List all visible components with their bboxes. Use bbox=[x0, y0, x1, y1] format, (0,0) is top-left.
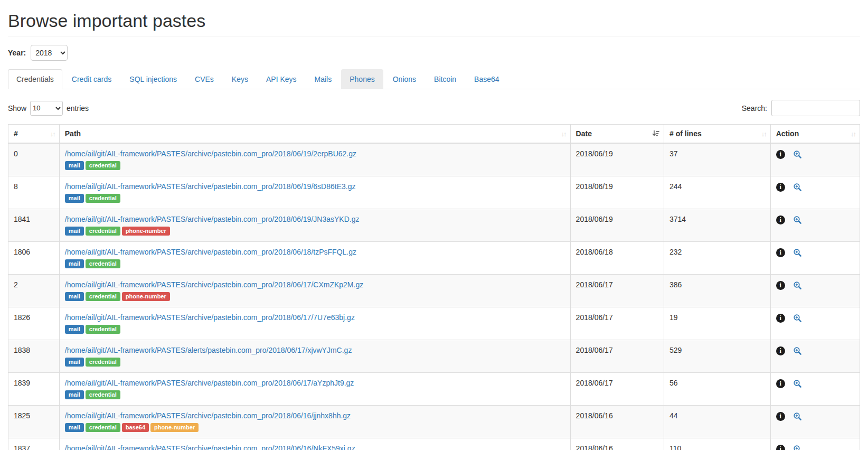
table-controls: Show 10 entries Search: bbox=[8, 100, 860, 116]
tab-label[interactable]: Keys bbox=[223, 69, 257, 89]
row-id: 2 bbox=[8, 275, 60, 307]
tag-credential: credential bbox=[86, 161, 120, 170]
tab-mails[interactable]: Mails bbox=[306, 69, 341, 89]
column-label: # bbox=[14, 129, 18, 138]
tab-label[interactable]: Bitcoin bbox=[426, 69, 465, 89]
search-plus-icon[interactable] bbox=[793, 314, 802, 323]
paste-path-link[interactable]: /home/ail/git/AIL-framework/PASTES/alert… bbox=[65, 346, 352, 354]
tab-cves[interactable]: CVEs bbox=[186, 69, 222, 89]
column-label: # of lines bbox=[669, 129, 702, 138]
info-icon[interactable]: i bbox=[776, 314, 785, 323]
info-icon[interactable]: i bbox=[776, 346, 785, 355]
row-lines: 232 bbox=[664, 242, 771, 275]
search-plus-icon[interactable] bbox=[793, 248, 802, 257]
tab-content: Show 10 entries Search: # ↓↑ Path ↓↑ bbox=[8, 89, 860, 450]
paste-path-link[interactable]: /home/ail/git/AIL-framework/PASTES/archi… bbox=[65, 379, 354, 387]
row-id: 1837 bbox=[8, 438, 60, 450]
tag-list: mailcredential bbox=[65, 193, 565, 203]
tab-credentials[interactable]: Credentials bbox=[8, 69, 62, 89]
tag-mail: mail bbox=[65, 259, 84, 268]
paste-path-link[interactable]: /home/ail/git/AIL-framework/PASTES/archi… bbox=[65, 411, 351, 420]
paste-path-link[interactable]: /home/ail/git/AIL-framework/PASTES/archi… bbox=[65, 444, 355, 450]
tab-label[interactable]: Base64 bbox=[466, 69, 507, 89]
tag-credential: credential bbox=[86, 390, 120, 399]
search-plus-icon[interactable] bbox=[793, 412, 802, 421]
search-plus-icon[interactable] bbox=[793, 183, 802, 192]
table-row: 1839 /home/ail/git/AIL-framework/PASTES/… bbox=[8, 373, 860, 406]
pastes-table: # ↓↑ Path ↓↑ Date ↓↑ bbox=[8, 124, 860, 450]
tag-credential: credential bbox=[86, 325, 120, 334]
tag-list: mailcredential bbox=[65, 259, 565, 268]
info-icon[interactable]: i bbox=[776, 412, 785, 421]
paste-path-link[interactable]: /home/ail/git/AIL-framework/PASTES/archi… bbox=[65, 149, 356, 158]
tab-label[interactable]: Onions bbox=[384, 69, 424, 89]
info-icon[interactable]: i bbox=[776, 248, 785, 257]
tab-api-keys[interactable]: API Keys bbox=[258, 69, 305, 89]
tab-onions[interactable]: Onions bbox=[384, 69, 424, 89]
row-date: 2018/06/16 bbox=[570, 406, 664, 438]
column-header-path[interactable]: Path ↓↑ bbox=[59, 125, 570, 144]
search-plus-icon[interactable] bbox=[793, 150, 802, 159]
tab-keys[interactable]: Keys bbox=[223, 69, 257, 89]
paste-path-link[interactable]: /home/ail/git/AIL-framework/PASTES/archi… bbox=[65, 280, 363, 289]
tab-label[interactable]: Credentials bbox=[8, 69, 62, 89]
info-icon[interactable]: i bbox=[776, 215, 785, 224]
search-box: Search: bbox=[742, 100, 860, 116]
show-entries: Show 10 entries bbox=[8, 101, 89, 116]
entries-select[interactable]: 10 bbox=[30, 101, 63, 116]
tag-mail: mail bbox=[65, 358, 84, 367]
column-header-action[interactable]: Action ↓↑ bbox=[770, 125, 860, 144]
info-icon[interactable]: i bbox=[776, 445, 785, 450]
row-lines: 56 bbox=[664, 373, 771, 406]
tag-mail: mail bbox=[65, 325, 84, 334]
column-label: Action bbox=[776, 129, 799, 138]
search-plus-icon[interactable] bbox=[793, 281, 802, 290]
row-date: 2018/06/18 bbox=[570, 242, 664, 275]
tab-bitcoin[interactable]: Bitcoin bbox=[426, 69, 465, 89]
row-lines: 37 bbox=[664, 143, 771, 176]
table-body: 0 /home/ail/git/AIL-framework/PASTES/arc… bbox=[8, 143, 860, 450]
search-input[interactable] bbox=[771, 100, 860, 116]
tab-label[interactable]: API Keys bbox=[258, 69, 305, 89]
info-icon[interactable]: i bbox=[776, 379, 785, 388]
row-lines: 3714 bbox=[664, 209, 771, 242]
search-plus-icon[interactable] bbox=[793, 215, 802, 224]
tab-credit-cards[interactable]: Credit cards bbox=[63, 69, 120, 89]
tag-list: mailcredential bbox=[65, 161, 565, 170]
paste-path-link[interactable]: /home/ail/git/AIL-framework/PASTES/archi… bbox=[65, 182, 356, 191]
tab-phones[interactable]: Phones bbox=[341, 69, 383, 89]
tab-base64[interactable]: Base64 bbox=[466, 69, 507, 89]
row-id: 1841 bbox=[8, 209, 60, 242]
tab-sql-injections[interactable]: SQL injections bbox=[121, 69, 185, 89]
table-row: 1838 /home/ail/git/AIL-framework/PASTES/… bbox=[8, 340, 860, 373]
tab-label[interactable]: CVEs bbox=[186, 69, 222, 89]
search-plus-icon[interactable] bbox=[793, 379, 802, 388]
tab-bar: CredentialsCredit cardsSQL injectionsCVE… bbox=[8, 69, 860, 89]
row-lines: 529 bbox=[664, 340, 771, 373]
table-header-row: # ↓↑ Path ↓↑ Date ↓↑ bbox=[8, 125, 860, 144]
tag-list: mailcredentialphone-number bbox=[65, 226, 565, 236]
row-lines: 110 bbox=[664, 438, 771, 450]
tab-label[interactable]: Mails bbox=[306, 69, 341, 89]
row-id: 1826 bbox=[8, 307, 60, 340]
info-icon[interactable]: i bbox=[776, 183, 785, 192]
tab-label[interactable]: Phones bbox=[341, 69, 383, 89]
row-lines: 386 bbox=[664, 275, 771, 307]
search-plus-icon[interactable] bbox=[793, 346, 802, 355]
sort-icon: ↓↑ bbox=[851, 130, 855, 138]
column-header-of-lines[interactable]: # of lines ↓↑ bbox=[664, 125, 771, 144]
info-icon[interactable]: i bbox=[776, 150, 785, 159]
tab-label[interactable]: Credit cards bbox=[63, 69, 120, 89]
paste-path-link[interactable]: /home/ail/git/AIL-framework/PASTES/archi… bbox=[65, 313, 355, 322]
column-header-date[interactable]: Date ↓↑ bbox=[570, 125, 664, 144]
table-row: 2 /home/ail/git/AIL-framework/PASTES/arc… bbox=[8, 275, 860, 307]
info-icon[interactable]: i bbox=[776, 281, 785, 290]
row-id: 1838 bbox=[8, 340, 60, 373]
paste-path-link[interactable]: /home/ail/git/AIL-framework/PASTES/archi… bbox=[65, 248, 356, 256]
paste-path-link[interactable]: /home/ail/git/AIL-framework/PASTES/archi… bbox=[65, 215, 360, 223]
tab-label[interactable]: SQL injections bbox=[121, 69, 185, 89]
year-select[interactable]: 2018 bbox=[31, 45, 68, 61]
column-header-[interactable]: # ↓↑ bbox=[8, 125, 60, 144]
tag-list: mailcredential bbox=[65, 324, 565, 334]
search-plus-icon[interactable] bbox=[793, 445, 802, 450]
